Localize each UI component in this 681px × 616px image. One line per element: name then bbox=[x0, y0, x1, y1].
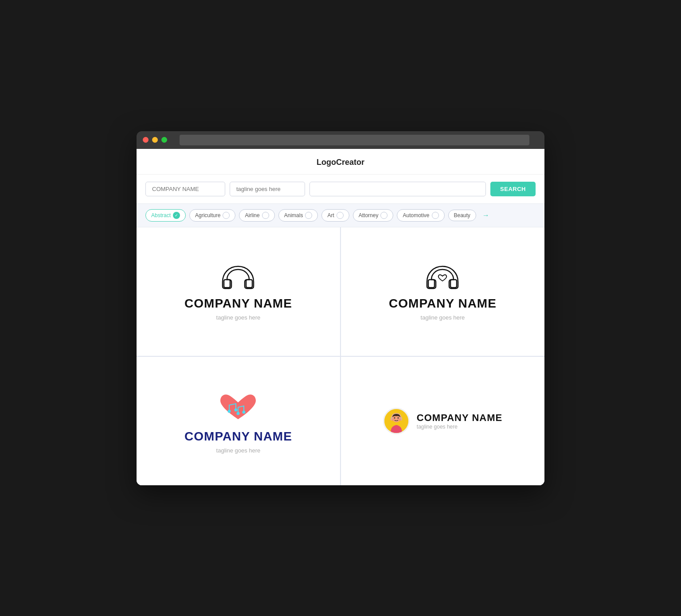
svg-point-15 bbox=[399, 418, 401, 421]
logo-1-tagline: tagline goes here bbox=[216, 314, 261, 321]
category-check-abstract: ✓ bbox=[173, 212, 180, 219]
logo-card-3[interactable]: COMPANY NAME tagline goes here bbox=[137, 357, 340, 485]
app-body: LogoCreator SEARCH Abstract ✓ Agricultur… bbox=[137, 149, 544, 485]
category-check-art: ✓ bbox=[337, 212, 344, 219]
close-button[interactable] bbox=[143, 137, 149, 143]
category-pill-animals[interactable]: Animals ✓ bbox=[278, 209, 318, 222]
logo-card-2[interactable]: COMPANY NAME tagline goes here bbox=[341, 227, 544, 356]
address-bar[interactable] bbox=[180, 135, 529, 145]
browser-window: LogoCreator SEARCH Abstract ✓ Agricultur… bbox=[137, 131, 544, 485]
category-pill-attorney[interactable]: Attorney ✓ bbox=[353, 209, 394, 222]
categories-bar: Abstract ✓ Agriculture ✓ Airline ✓ Anima… bbox=[137, 204, 544, 227]
logo-3-company-name: COMPANY NAME bbox=[184, 429, 292, 444]
category-pill-agriculture[interactable]: Agriculture ✓ bbox=[189, 209, 235, 222]
minimize-button[interactable] bbox=[152, 137, 158, 143]
logo-grid: COMPANY NAME tagline goes here COMPANY N… bbox=[137, 227, 544, 485]
logo-4-company-name: COMPANY NAME bbox=[417, 412, 502, 424]
search-bar: SEARCH bbox=[137, 175, 544, 204]
logo-card-2-inner: COMPANY NAME tagline goes here bbox=[389, 262, 497, 321]
category-label: Attorney bbox=[359, 212, 379, 218]
logo-card-4-inner: COMPANY NAME tagline goes here bbox=[383, 408, 502, 434]
logo-card-1-inner: COMPANY NAME tagline goes here bbox=[184, 262, 292, 321]
headphones-simple-icon bbox=[218, 262, 258, 293]
logo-card-4[interactable]: COMPANY NAME tagline goes here bbox=[341, 357, 544, 485]
logo-2-company-name: COMPANY NAME bbox=[389, 296, 497, 311]
logo-4-tagline: tagline goes here bbox=[417, 424, 502, 430]
svg-point-6 bbox=[237, 412, 240, 415]
category-label: Agriculture bbox=[195, 212, 220, 218]
svg-rect-3 bbox=[450, 280, 457, 288]
svg-point-5 bbox=[235, 408, 238, 411]
category-label: Beauty bbox=[454, 212, 470, 218]
category-pill-abstract[interactable]: Abstract ✓ bbox=[145, 209, 186, 222]
third-input[interactable] bbox=[309, 182, 486, 196]
category-check-airline: ✓ bbox=[262, 212, 269, 219]
category-label: Abstract bbox=[151, 212, 171, 218]
logo-card-3-inner: COMPANY NAME tagline goes here bbox=[184, 388, 292, 454]
svg-point-4 bbox=[228, 409, 231, 413]
maximize-button[interactable] bbox=[161, 137, 167, 143]
category-check-automotive: ✓ bbox=[432, 212, 439, 219]
logo-4-text-group: COMPANY NAME tagline goes here bbox=[417, 412, 502, 430]
categories-next-button[interactable]: → bbox=[480, 210, 492, 221]
svg-rect-0 bbox=[224, 280, 230, 288]
tagline-input[interactable] bbox=[230, 182, 305, 196]
browser-titlebar bbox=[137, 131, 544, 149]
category-label: Airline bbox=[245, 212, 259, 218]
category-check-attorney: ✓ bbox=[380, 212, 387, 219]
category-pill-airline[interactable]: Airline ✓ bbox=[239, 209, 274, 222]
headphones-heart-icon bbox=[423, 262, 462, 293]
category-check-animals: ✓ bbox=[305, 212, 312, 219]
category-label: Art bbox=[327, 212, 334, 218]
svg-point-14 bbox=[391, 418, 394, 421]
avatar-icon bbox=[383, 408, 410, 434]
company-name-input[interactable] bbox=[145, 182, 225, 196]
category-label: Automotive bbox=[403, 212, 429, 218]
category-pill-beauty[interactable]: Beauty bbox=[448, 210, 476, 221]
category-check-agriculture: ✓ bbox=[223, 212, 230, 219]
logo-1-company-name: COMPANY NAME bbox=[184, 296, 292, 311]
app-header: LogoCreator bbox=[137, 149, 544, 175]
category-label: Animals bbox=[284, 212, 303, 218]
logo-2-tagline: tagline goes here bbox=[421, 314, 465, 321]
search-button[interactable]: SEARCH bbox=[490, 182, 536, 196]
svg-rect-2 bbox=[428, 280, 434, 288]
svg-point-13 bbox=[397, 417, 399, 418]
logo-card-1[interactable]: COMPANY NAME tagline goes here bbox=[137, 227, 340, 356]
svg-rect-1 bbox=[246, 280, 252, 288]
logo-3-tagline: tagline goes here bbox=[216, 447, 261, 454]
svg-point-12 bbox=[394, 417, 395, 418]
heart-music-icon bbox=[214, 388, 262, 426]
category-pill-automotive[interactable]: Automotive ✓ bbox=[397, 209, 444, 222]
app-title: LogoCreator bbox=[317, 158, 364, 167]
svg-point-7 bbox=[243, 410, 246, 413]
category-pill-art[interactable]: Art ✓ bbox=[321, 209, 349, 222]
